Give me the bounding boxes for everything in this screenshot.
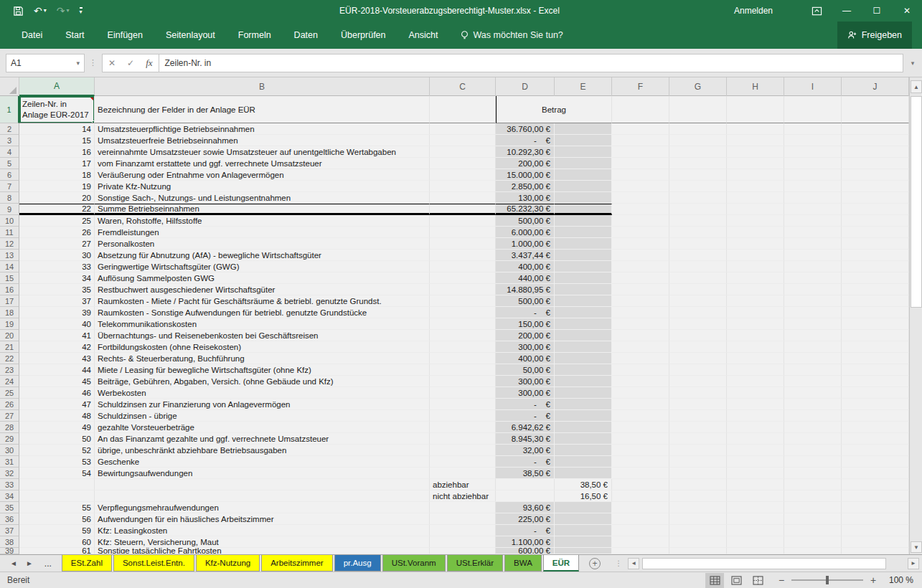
cell-g38[interactable] bbox=[669, 536, 727, 548]
row-header[interactable]: 25 bbox=[0, 387, 19, 399]
cell-g6[interactable] bbox=[669, 169, 727, 181]
row-header[interactable]: 9 bbox=[0, 204, 19, 215]
ribbon-display-options-button[interactable] bbox=[801, 0, 832, 22]
cell-b7[interactable]: Private Kfz-Nutzung bbox=[95, 181, 430, 192]
cell-b10[interactable]: Waren, Rohstoffe, Hilfsstoffe bbox=[95, 215, 430, 227]
row-header[interactable]: 10 bbox=[0, 215, 19, 227]
page-break-view-button[interactable] bbox=[748, 573, 767, 588]
cell-g34[interactable] bbox=[669, 490, 727, 502]
cell-b15[interactable]: Auflösung Sammelposten GWG bbox=[95, 272, 430, 284]
cell-b4[interactable]: vereinnahmte Umsatzsteuer sowie Umsatzst… bbox=[95, 146, 430, 158]
cell-j17[interactable] bbox=[842, 295, 909, 307]
cell-c17[interactable] bbox=[430, 295, 496, 307]
row-header[interactable]: 26 bbox=[0, 399, 19, 410]
chevron-down-icon[interactable]: ▾ bbox=[76, 60, 80, 67]
cell-d27[interactable]: - € bbox=[496, 410, 555, 422]
row-header[interactable]: 27 bbox=[0, 410, 19, 422]
cell-c14[interactable] bbox=[430, 261, 496, 272]
ribbon-tab-einfügen[interactable]: Einfügen bbox=[96, 22, 154, 49]
cell-a13[interactable]: 30 bbox=[19, 250, 95, 261]
cell-e22[interactable] bbox=[555, 353, 612, 364]
cell-i19[interactable] bbox=[784, 318, 842, 330]
cell-h37[interactable] bbox=[727, 525, 784, 536]
cell-c1[interactable] bbox=[430, 96, 496, 123]
cell-d17[interactable]: 500,00 € bbox=[496, 295, 555, 307]
cell-b39[interactable]: Sonstige tatsächliche Fahrtkosten bbox=[95, 548, 430, 554]
cell-c15[interactable] bbox=[430, 272, 496, 284]
cell-g9[interactable] bbox=[669, 204, 727, 215]
close-button[interactable]: ✕ bbox=[892, 0, 922, 22]
cell-g11[interactable] bbox=[669, 227, 727, 238]
cell-a26[interactable]: 47 bbox=[19, 399, 95, 410]
column-header-d[interactable]: D bbox=[496, 77, 555, 96]
cell-b17[interactable]: Raumkosten - Miete / Pacht für Geschäfts… bbox=[95, 295, 430, 307]
insert-function-button[interactable]: fx bbox=[146, 57, 152, 69]
cell-b11[interactable]: Fremdleistungen bbox=[95, 227, 430, 238]
cell-g35[interactable] bbox=[669, 502, 727, 513]
cell-g7[interactable] bbox=[669, 181, 727, 192]
cell-g39[interactable] bbox=[669, 548, 727, 554]
cell-c13[interactable] bbox=[430, 250, 496, 261]
row-header[interactable]: 17 bbox=[0, 295, 19, 307]
cell-f2[interactable] bbox=[612, 123, 669, 135]
sheet-tab-est-zahl[interactable]: ESt.Zahl bbox=[62, 555, 112, 572]
vertical-scrollbar[interactable]: ▲ ▼ bbox=[909, 77, 922, 554]
cell-i15[interactable] bbox=[784, 272, 842, 284]
scroll-left-arrow[interactable]: ◄ bbox=[628, 558, 639, 569]
cell-i2[interactable] bbox=[784, 123, 842, 135]
confirm-entry-button[interactable]: ✓ bbox=[127, 58, 134, 68]
row-header[interactable]: 11 bbox=[0, 227, 19, 238]
cell-b20[interactable]: Übernachtungs- und Reisenebenkosten bei … bbox=[95, 330, 430, 341]
cell-d38[interactable]: 1.100,00 € bbox=[496, 536, 555, 548]
sheet-tab-pr-ausg[interactable]: pr.Ausg bbox=[334, 555, 381, 572]
cell-a3[interactable]: 15 bbox=[19, 135, 95, 146]
ribbon-tab-ansicht[interactable]: Ansicht bbox=[398, 22, 450, 49]
cell-e38[interactable] bbox=[555, 536, 612, 548]
cell-j24[interactable] bbox=[842, 376, 909, 387]
cell-g8[interactable] bbox=[669, 192, 727, 204]
zoom-slider-thumb[interactable] bbox=[826, 576, 829, 584]
sheet-tab-eür[interactable]: EÜR bbox=[543, 555, 579, 572]
cell-a6[interactable]: 18 bbox=[19, 169, 95, 181]
column-header-j[interactable]: J bbox=[842, 77, 909, 96]
cell-e4[interactable] bbox=[555, 146, 612, 158]
cell-i35[interactable] bbox=[784, 502, 842, 513]
cell-e6[interactable] bbox=[555, 169, 612, 181]
cell-e36[interactable] bbox=[555, 513, 612, 525]
cell-f6[interactable] bbox=[612, 169, 669, 181]
cell-e11[interactable] bbox=[555, 227, 612, 238]
cell-b26[interactable]: Schuldzinsen zur Finanzierung von Anlage… bbox=[95, 399, 430, 410]
cell-c20[interactable] bbox=[430, 330, 496, 341]
cell-b1[interactable]: Bezeichnung der Felder in der Anlage EÜR bbox=[95, 96, 430, 123]
cell-i25[interactable] bbox=[784, 387, 842, 399]
cell-c23[interactable] bbox=[430, 364, 496, 376]
cell-c30[interactable] bbox=[430, 445, 496, 456]
cell-e13[interactable] bbox=[555, 250, 612, 261]
cell-a12[interactable]: 27 bbox=[19, 238, 95, 250]
cell-b33[interactable] bbox=[95, 479, 430, 490]
cell-i37[interactable] bbox=[784, 525, 842, 536]
cell-e18[interactable] bbox=[555, 307, 612, 318]
cell-d19[interactable]: 150,00 € bbox=[496, 318, 555, 330]
cell-c10[interactable] bbox=[430, 215, 496, 227]
cell-f36[interactable] bbox=[612, 513, 669, 525]
cell-i11[interactable] bbox=[784, 227, 842, 238]
cell-h3[interactable] bbox=[727, 135, 784, 146]
cell-i16[interactable] bbox=[784, 284, 842, 295]
cell-j29[interactable] bbox=[842, 433, 909, 445]
cell-i9[interactable] bbox=[784, 204, 842, 215]
row-header[interactable]: 3 bbox=[0, 135, 19, 146]
zoom-slider-track[interactable] bbox=[791, 579, 863, 581]
cell-a7[interactable]: 19 bbox=[19, 181, 95, 192]
cell-f18[interactable] bbox=[612, 307, 669, 318]
cell-h20[interactable] bbox=[727, 330, 784, 341]
cell-e23[interactable] bbox=[555, 364, 612, 376]
name-box[interactable]: A1 ▾ bbox=[6, 54, 85, 72]
cell-a18[interactable]: 39 bbox=[19, 307, 95, 318]
cell-e15[interactable] bbox=[555, 272, 612, 284]
cell-b14[interactable]: Geringwertige Wirtschaftsgüter (GWG) bbox=[95, 261, 430, 272]
cell-h16[interactable] bbox=[727, 284, 784, 295]
cell-i28[interactable] bbox=[784, 422, 842, 433]
cell-a22[interactable]: 43 bbox=[19, 353, 95, 364]
cell-f15[interactable] bbox=[612, 272, 669, 284]
